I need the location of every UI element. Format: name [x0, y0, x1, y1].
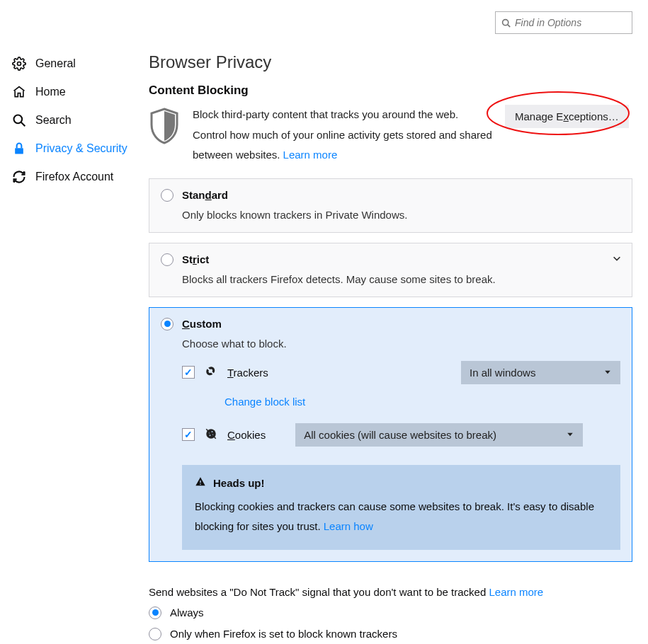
learn-how-link[interactable]: Learn how: [324, 520, 373, 532]
search-placeholder: Find in Options: [515, 17, 581, 28]
svg-point-12: [210, 435, 211, 436]
option-strict-label: Strict: [182, 253, 209, 265]
option-strict-sub: Blocks all trackers Firefox detects. May…: [182, 273, 620, 285]
sidebar-item-home[interactable]: Home: [6, 78, 149, 106]
trackers-icon: [205, 365, 217, 380]
cookies-icon: [205, 427, 217, 442]
sidebar-item-search[interactable]: Search: [6, 106, 149, 134]
radio-custom[interactable]: [161, 318, 174, 330]
lock-icon: [11, 142, 27, 156]
manage-exceptions-button[interactable]: Manage Exceptions…: [505, 105, 629, 128]
svg-line-4: [21, 122, 25, 127]
gear-icon: [11, 57, 27, 71]
chevron-down-icon[interactable]: [612, 253, 622, 265]
svg-rect-5: [15, 148, 23, 154]
option-standard-sub: Only blocks known trackers in Private Wi…: [182, 209, 620, 221]
search-input[interactable]: Find in Options: [495, 11, 632, 34]
cookies-dropdown[interactable]: All cookies (will cause websites to brea…: [295, 423, 583, 447]
sidebar-item-privacy[interactable]: Privacy & Security: [6, 134, 149, 163]
svg-point-3: [14, 115, 23, 124]
content-blocking-description: Block third-party content that tracks yo…: [193, 105, 492, 166]
dnt-always-label: Always: [170, 606, 204, 619]
heads-up-notice: Heads up! Blocking cookies and trackers …: [182, 465, 620, 550]
checkbox-cookies[interactable]: [182, 428, 195, 441]
radio-strict[interactable]: [161, 253, 174, 266]
option-custom: Custom Choose what to block. Trackers In…: [149, 307, 632, 562]
svg-marker-14: [567, 433, 573, 437]
option-standard-label: Standard: [182, 189, 228, 201]
sync-icon: [11, 170, 27, 184]
radio-standard[interactable]: [161, 189, 174, 202]
radio-dnt-always[interactable]: [149, 606, 161, 619]
svg-rect-16: [200, 483, 200, 484]
search-icon: [501, 18, 511, 28]
trackers-label: Trackers: [227, 367, 268, 379]
sidebar-item-label: Search: [35, 114, 72, 127]
dnt-learn-more-link[interactable]: Learn more: [489, 586, 543, 598]
section-title: Content Blocking: [149, 84, 632, 98]
svg-line-1: [508, 24, 510, 26]
learn-more-link[interactable]: Learn more: [283, 149, 338, 161]
warning-icon: [195, 476, 206, 490]
svg-rect-15: [200, 481, 200, 483]
main-content: Browser Privacy Content Blocking Block t…: [149, 41, 648, 644]
notice-body-text: Blocking cookies and trackers can cause …: [195, 500, 594, 533]
option-standard[interactable]: Standard Only blocks known trackers in P…: [149, 178, 632, 233]
sidebar-item-label: Privacy & Security: [35, 142, 127, 155]
sidebar-item-label: Firefox Account: [35, 171, 113, 183]
notice-heading: Heads up!: [213, 477, 265, 489]
sidebar-item-account[interactable]: Firefox Account: [6, 163, 149, 191]
option-custom-label: Custom: [182, 318, 222, 330]
option-strict[interactable]: Strict Blocks all trackers Firefox detec…: [149, 243, 632, 297]
sidebar-item-general[interactable]: General: [6, 50, 149, 78]
svg-point-2: [18, 62, 21, 66]
trackers-dropdown[interactable]: In all windows: [461, 361, 620, 384]
home-icon: [11, 85, 27, 99]
page-title: Browser Privacy: [149, 52, 632, 72]
sidebar-item-label: General: [35, 57, 76, 70]
sidebar-item-label: Home: [35, 86, 66, 98]
dnt-only-when-label: Only when Firefox is set to block known …: [170, 628, 397, 640]
sidebar: General Home Search Privacy & Security F…: [0, 41, 149, 644]
svg-point-0: [503, 19, 508, 25]
cookies-label: Cookies: [227, 429, 266, 441]
svg-marker-7: [605, 371, 610, 374]
dnt-description: Send websites a "Do Not Track" signal th…: [149, 586, 632, 598]
svg-point-10: [212, 431, 213, 432]
option-custom-sub: Choose what to block.: [182, 338, 620, 350]
checkbox-trackers[interactable]: [182, 366, 195, 379]
change-block-list-link[interactable]: Change block list: [224, 396, 305, 408]
search-icon: [11, 113, 27, 127]
radio-dnt-only-when[interactable]: [149, 628, 161, 640]
shield-icon: [149, 108, 180, 146]
